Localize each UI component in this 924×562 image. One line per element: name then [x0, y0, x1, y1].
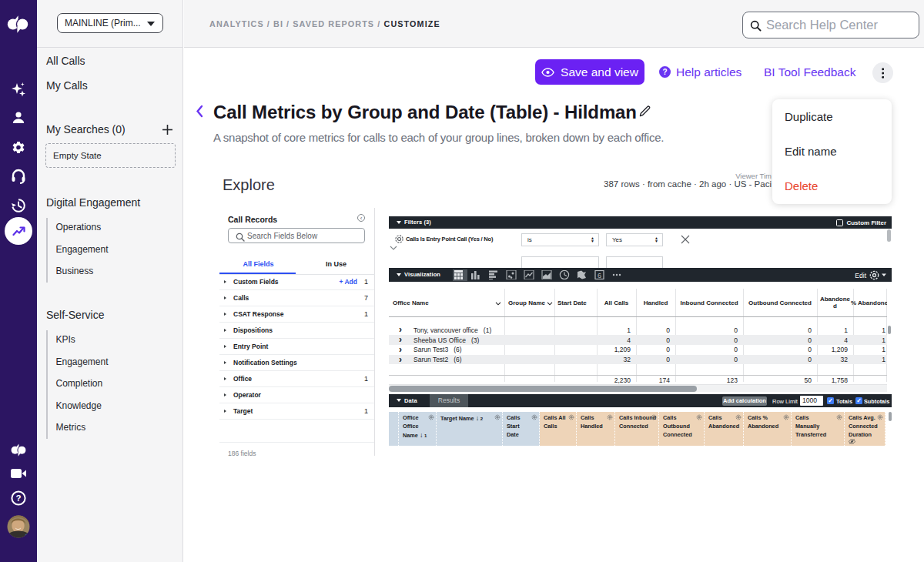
svg-text:?: ? [662, 68, 667, 76]
svg-text:?: ? [15, 493, 21, 503]
svg-text:6: 6 [598, 272, 601, 279]
